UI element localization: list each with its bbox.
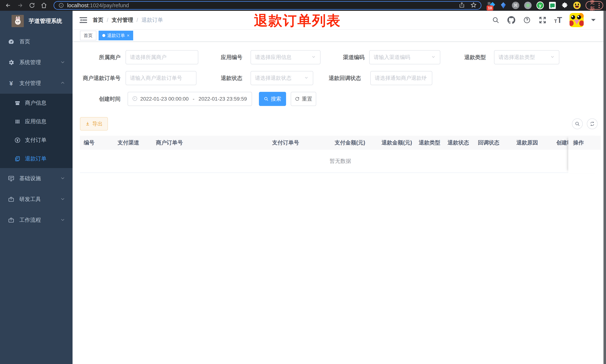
col-merchant-order-no: 商户订单号 bbox=[152, 139, 268, 146]
browser-reload-icon[interactable] bbox=[28, 2, 36, 9]
font-size-icon[interactable]: TT bbox=[554, 15, 562, 25]
sidebar: 芋道管理系统 首页 系统管理 ¥ 支付管理 商户信息 bbox=[0, 11, 73, 364]
tag-close-icon[interactable]: × bbox=[127, 33, 130, 38]
logo-rabbit-image bbox=[12, 15, 24, 27]
breadcrumb-payment[interactable]: 支付管理 bbox=[112, 16, 133, 24]
user-avatar[interactable] bbox=[569, 13, 584, 27]
bookmark-star-icon[interactable] bbox=[470, 2, 477, 9]
browser-home-icon[interactable] bbox=[40, 2, 48, 9]
extension-emoji-icon[interactable] bbox=[573, 2, 581, 9]
url-text: localhost:1024/pay/refund bbox=[67, 2, 129, 9]
chevron-up-icon bbox=[60, 80, 65, 86]
sidebar-item-refund-order[interactable]: 退款订单 bbox=[0, 149, 73, 168]
label-refund-type: 退款类型 bbox=[458, 50, 486, 64]
main-content: 首页 / 支付管理 / 退款订单 退款订单列表 TT bbox=[73, 11, 606, 364]
search-button[interactable]: 搜索 bbox=[259, 92, 286, 106]
shop-icon bbox=[14, 100, 21, 106]
breadcrumb-home[interactable]: 首页 bbox=[93, 16, 104, 24]
sidebar-item-home[interactable]: 首页 bbox=[0, 31, 73, 52]
col-pay-channel: 支付渠道 bbox=[114, 139, 152, 146]
label-create-time: 创建时间 bbox=[80, 92, 120, 106]
extension-command-icon[interactable]: ⌘ bbox=[512, 2, 519, 9]
help-icon[interactable] bbox=[523, 16, 531, 24]
gear-icon bbox=[7, 59, 15, 66]
chevron-down-icon bbox=[311, 54, 316, 60]
create-time-range-picker[interactable]: 2022-01-23 00:00:00 - 2022-01-23 23:59:5… bbox=[128, 92, 252, 106]
extension-kite-icon[interactable] bbox=[500, 2, 507, 9]
sidebar-item-workflow[interactable]: 工作流程 bbox=[0, 210, 73, 231]
label-notify-status: 退款回调状态 bbox=[324, 71, 361, 85]
date-start-value[interactable]: 2022-01-23 00:00:00 bbox=[140, 96, 189, 102]
site-info-icon[interactable] bbox=[58, 2, 64, 8]
sidebar-item-system[interactable]: 系统管理 bbox=[0, 52, 73, 73]
avatar-caret-icon[interactable] bbox=[591, 19, 596, 23]
fullscreen-icon[interactable] bbox=[539, 16, 547, 24]
col-id: 编号 bbox=[80, 139, 114, 146]
col-refund-status: 退款状态 bbox=[444, 139, 474, 146]
yen-icon: ¥ bbox=[7, 80, 15, 86]
table-empty-row: 暂无数据 bbox=[80, 150, 601, 173]
notify-status-select[interactable]: 请选择通知商户退款结果的 bbox=[370, 71, 432, 85]
sidebar-item-merchant-info[interactable]: 商户信息 bbox=[0, 94, 73, 112]
extension-tabs-icon[interactable]: 10 bbox=[487, 2, 495, 9]
label-refund-status: 退款状态 bbox=[216, 71, 242, 85]
extensions-puzzle-icon[interactable] bbox=[561, 2, 568, 9]
breadcrumb: 首页 / 支付管理 / 退款订单 bbox=[93, 16, 163, 24]
chevron-down-icon bbox=[423, 75, 428, 81]
export-button[interactable]: 导出 bbox=[80, 117, 108, 130]
browser-update-button[interactable]: 更新 bbox=[586, 1, 603, 10]
chevron-down-icon bbox=[60, 176, 65, 181]
col-callback-status: 回调状态 bbox=[474, 139, 513, 146]
label-merchant-refund-no: 商户退款订单号 bbox=[76, 71, 120, 85]
refund-status-select[interactable]: 请选择退款状态 bbox=[250, 71, 313, 85]
extension-dot-icon[interactable] bbox=[524, 2, 532, 9]
extension-chat-icon[interactable] bbox=[549, 2, 556, 9]
label-channel: 渠道编码 bbox=[337, 50, 365, 64]
github-icon[interactable] bbox=[507, 16, 515, 24]
reset-button[interactable]: 重置 bbox=[291, 92, 316, 106]
chevron-down-icon bbox=[304, 75, 309, 81]
search-icon[interactable] bbox=[492, 16, 500, 24]
browser-back-icon[interactable] bbox=[4, 2, 12, 9]
dashboard-icon bbox=[7, 38, 15, 45]
window-right-edge bbox=[603, 11, 606, 364]
browser-menu-icon[interactable] bbox=[597, 3, 601, 8]
sidebar-toggle-icon[interactable] bbox=[73, 11, 91, 29]
refund-doc-icon bbox=[14, 156, 21, 162]
navbar-actions: TT bbox=[492, 13, 596, 27]
date-end-value[interactable]: 2022-01-23 23:59:59 bbox=[198, 96, 247, 102]
payment-submenu: 商户信息 应用信息 支付订单 退款订单 bbox=[0, 94, 73, 168]
browser-forward-icon[interactable] bbox=[16, 2, 24, 9]
toggle-search-icon[interactable] bbox=[572, 118, 583, 129]
sidebar-item-pay-order[interactable]: 支付订单 bbox=[0, 131, 73, 149]
merchant-input[interactable] bbox=[126, 50, 198, 64]
col-pay-order-no: 支付订单号 bbox=[268, 139, 331, 146]
sidebar-item-dev-tools[interactable]: 研发工具 bbox=[0, 189, 73, 210]
share-icon[interactable] bbox=[459, 2, 465, 9]
briefcase-icon bbox=[7, 196, 15, 202]
app-select[interactable]: 请选择应用信息 bbox=[250, 50, 320, 64]
refund-table: 编号 支付渠道 商户订单号 支付订单号 支付金额(元) 退款金额(元) 退款类型… bbox=[80, 136, 601, 173]
merchant-refund-no-field[interactable] bbox=[130, 75, 192, 81]
tag-refund-order[interactable]: 退款订单 × bbox=[99, 31, 133, 40]
refresh-icon[interactable] bbox=[587, 118, 598, 129]
col-refund-type: 退款类型 bbox=[415, 139, 444, 146]
table-header-row: 编号 支付渠道 商户订单号 支付订单号 支付金额(元) 退款金额(元) 退款类型… bbox=[80, 136, 601, 150]
tag-home[interactable]: 首页 bbox=[80, 31, 96, 40]
merchant-input-field[interactable] bbox=[130, 54, 194, 60]
browser-toolbar: localhost:1024/pay/refund 10 ⌘ y 更新 bbox=[0, 0, 606, 11]
sidebar-item-infrastructure[interactable]: 基础设施 bbox=[0, 168, 73, 189]
sidebar-item-payment[interactable]: ¥ 支付管理 bbox=[0, 73, 73, 94]
sidebar-item-app-info[interactable]: 应用信息 bbox=[0, 112, 73, 131]
grid-table-icon bbox=[14, 119, 21, 125]
merchant-refund-no-input[interactable] bbox=[126, 71, 197, 85]
col-create-time: 创建时间 bbox=[553, 139, 568, 146]
col-refund-amount: 退款金额(元) bbox=[378, 139, 415, 146]
refund-type-select[interactable]: 请选择退款类型 bbox=[494, 50, 559, 64]
address-bar[interactable]: localhost:1024/pay/refund bbox=[53, 1, 481, 10]
extension-y-icon[interactable]: y bbox=[536, 2, 544, 9]
app-logo[interactable]: 芋道管理系统 bbox=[0, 11, 73, 31]
chevron-down-icon bbox=[60, 217, 65, 223]
chevron-down-icon bbox=[60, 60, 65, 65]
channel-select[interactable]: 请输入渠道编码 bbox=[369, 50, 440, 64]
